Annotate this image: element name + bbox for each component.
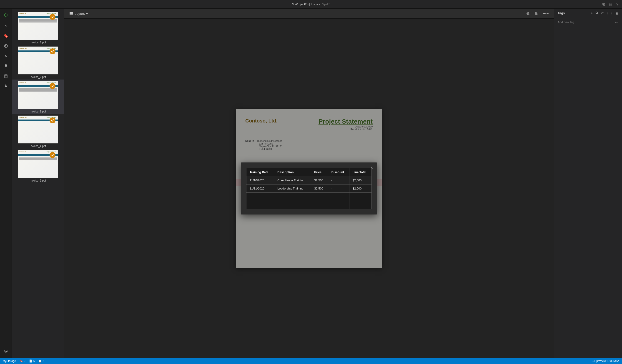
cell-desc: Leadership Training xyxy=(274,184,311,192)
sidebar-item-home[interactable]: ⌂ xyxy=(1,21,10,30)
storage-label: MyStorage xyxy=(3,360,16,363)
list-item[interactable]: Contoso, Ltd. Project Statement Invoice_… xyxy=(12,79,64,114)
settings-icon[interactable] xyxy=(1,347,10,356)
svg-rect-8 xyxy=(70,14,73,15)
cell-total: $2,500 xyxy=(349,176,371,184)
add-tag-icon[interactable]: + xyxy=(591,11,593,15)
file-badge xyxy=(50,48,56,54)
zoom-in-button[interactable] xyxy=(533,11,540,16)
list-item[interactable]: Contoso, Ltd. Project Statement Invoice_… xyxy=(12,149,64,183)
refresh-tag-icon[interactable]: ↺ xyxy=(601,11,604,15)
sidebar-item-plugins[interactable] xyxy=(1,81,10,91)
add-tag-placeholder: Add new tag xyxy=(558,20,574,24)
file-thumbnail: Contoso, Ltd. Project Statement xyxy=(18,81,58,109)
file-name: Invoice_2.pdf xyxy=(30,75,46,79)
table-header-desc: Description xyxy=(274,168,311,176)
document-view: Contoso, Ltd. Project Statement Date: 9/… xyxy=(64,19,554,358)
content-area: Layers ▾ ••• ▾ Contoso, Ltd. xyxy=(64,9,554,358)
list-item[interactable]: Contoso, Ltd. Project Statement Invoice_… xyxy=(12,45,64,79)
layers-label: Layers xyxy=(75,12,85,16)
file-thumbnail: Contoso, Ltd. Project Statement xyxy=(18,12,58,40)
add-tag-field[interactable]: Add new tag 🏷 xyxy=(554,18,622,26)
status-docs: 📋 5 xyxy=(39,360,44,363)
cell-discount xyxy=(328,201,349,209)
tags-title: Tags xyxy=(558,11,565,15)
file-badge xyxy=(50,83,56,89)
table-row xyxy=(246,201,372,209)
main-layout: ⬡ ⌂ 🔖 ∧ Contoso, Ltd. xyxy=(0,9,622,358)
table-header-price: Price xyxy=(311,168,328,176)
file-thumbnail: Contoso, Ltd. Project Statement xyxy=(18,46,58,74)
tag-icon: 🏷 xyxy=(615,20,618,24)
more-options-button[interactable]: ••• ▾ xyxy=(541,10,550,17)
training-table: Training Date Description Price Discount… xyxy=(246,168,372,209)
search-tag-icon[interactable] xyxy=(595,11,598,15)
file-name: Invoice_1.pdf xyxy=(30,41,46,44)
zoom-out-button[interactable] xyxy=(525,11,531,16)
cell-discount: - xyxy=(328,184,349,192)
cell-price: $2,500 xyxy=(311,184,328,192)
logo-icon: ⬡ xyxy=(1,10,10,19)
table-row: 11/10/2020 Compliance Training $2,500 - … xyxy=(246,176,372,184)
sidebar-item-processing[interactable] xyxy=(1,41,10,51)
file-badge xyxy=(50,14,56,20)
modal-overlay: × Training Date Description Price Discou… xyxy=(64,19,554,358)
cell-desc: Compliance Training xyxy=(274,176,311,184)
sidebar-item-reports[interactable] xyxy=(1,71,10,80)
status-right: 2.1-preview.1-530545c xyxy=(592,360,619,363)
down-tag-icon[interactable]: ↓ xyxy=(611,11,612,15)
modal-close-button[interactable]: × xyxy=(369,165,374,171)
svg-line-13 xyxy=(537,14,538,15)
file-name: Invoice_4.pdf xyxy=(30,145,46,148)
list-item[interactable]: Contoso, Ltd. Project Statement Invoice_… xyxy=(12,10,64,45)
cell-desc xyxy=(274,192,311,201)
status-pages: 📄 5 xyxy=(29,360,35,363)
file-name: Invoice_5.pdf xyxy=(30,179,46,182)
file-badge xyxy=(50,117,56,123)
cell-total: $2,500 xyxy=(349,184,371,192)
cell-total xyxy=(349,201,371,209)
table-header-total: Line Total xyxy=(349,168,371,176)
table-row: 11/11/2020 Leadership Training $2,500 - … xyxy=(246,184,372,192)
sidebar-item-insights[interactable] xyxy=(1,61,10,71)
cell-desc xyxy=(274,201,311,209)
title-bar-actions: ⎗ ▤ ? xyxy=(603,2,618,6)
status-storage: MyStorage xyxy=(3,360,16,363)
sidebar-item-workflow[interactable]: ∧ xyxy=(1,51,10,60)
bookmark-icon: 🔖 xyxy=(19,360,23,363)
cell-date xyxy=(246,192,274,201)
tags-header: Tags + ↺ ↑ ↓ 🗑 xyxy=(554,9,622,18)
svg-rect-7 xyxy=(70,13,73,14)
up-tag-icon[interactable]: ↑ xyxy=(606,11,608,15)
pages-count: 5 xyxy=(33,360,35,363)
cell-date: 11/11/2020 xyxy=(246,184,274,192)
svg-line-10 xyxy=(529,14,530,15)
cell-discount xyxy=(328,192,349,201)
status-bookmarks: 🔖 0 xyxy=(19,360,25,363)
layout-icon[interactable]: ▤ xyxy=(609,2,612,6)
bookmarks-count: 0 xyxy=(24,360,25,363)
layers-button[interactable]: Layers ▾ xyxy=(68,11,90,17)
svg-line-17 xyxy=(598,13,598,14)
cell-price xyxy=(311,201,328,209)
share-icon[interactable]: ⎗ xyxy=(603,2,605,6)
dropdown-icon: ▾ xyxy=(86,12,88,16)
file-panel: Contoso, Ltd. Project Statement Invoice_… xyxy=(12,9,64,358)
table-header-date: Training Date xyxy=(246,168,274,176)
file-thumbnail: Contoso, Ltd. Project Statement xyxy=(18,150,58,178)
status-bar: MyStorage 🔖 0 📄 5 📋 5 2.1-preview.1-5305… xyxy=(0,358,622,364)
toolbar: Layers ▾ ••• ▾ xyxy=(64,9,554,19)
docs-count: 5 xyxy=(43,360,44,363)
svg-point-5 xyxy=(5,351,7,352)
version-label: 2.1-preview.1-530545c xyxy=(592,360,619,363)
list-item[interactable]: Contoso, Ltd. Project Statement Invoice_… xyxy=(12,114,64,149)
table-row xyxy=(246,192,372,201)
title-bar: MyProject2 - [ Invoice_3.pdf ] ⎗ ▤ ? xyxy=(0,0,622,9)
docs-icon: 📋 xyxy=(39,360,42,363)
tags-panel: Tags + ↺ ↑ ↓ 🗑 Add new tag 🏷 xyxy=(554,9,622,358)
sidebar-item-bookmarks[interactable]: 🔖 xyxy=(1,31,10,40)
cell-date xyxy=(246,201,274,209)
svg-rect-6 xyxy=(70,12,73,13)
help-icon[interactable]: ? xyxy=(616,2,618,6)
delete-tag-icon[interactable]: 🗑 xyxy=(615,11,618,15)
